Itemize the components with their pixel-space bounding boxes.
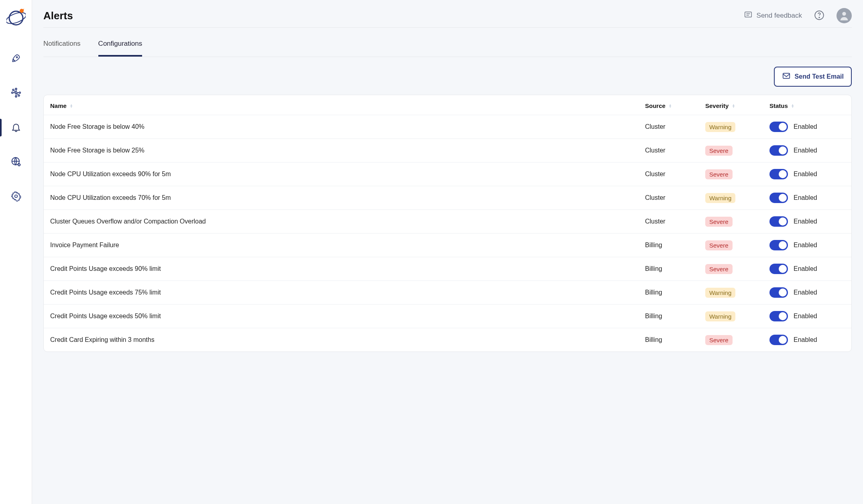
cell-name: Credit Card Expiring within 3 months xyxy=(44,328,639,352)
severity-badge: Severe xyxy=(705,169,733,179)
page-header: Alerts Send feedback xyxy=(43,8,852,28)
sort-icon: ▲▼ xyxy=(669,104,672,108)
svg-point-3 xyxy=(16,57,17,58)
cell-source: Cluster xyxy=(639,115,699,139)
cell-source: Cluster xyxy=(639,139,699,163)
cell-status: Enabled xyxy=(763,234,851,257)
help-button[interactable] xyxy=(814,10,824,22)
cell-status: Enabled xyxy=(763,115,851,139)
rocket-icon xyxy=(11,53,21,65)
table-row[interactable]: Cluster Queues Overflow and/or Compactio… xyxy=(44,210,851,234)
tab-notifications[interactable]: Notifications xyxy=(43,31,81,57)
svg-point-13 xyxy=(12,89,14,91)
column-header-name[interactable]: Name▲▼ xyxy=(44,95,639,115)
status-label: Enabled xyxy=(794,313,817,320)
globe-gear-icon xyxy=(10,156,22,169)
cell-status: Enabled xyxy=(763,328,851,352)
table-row[interactable]: Node Free Storage is below 25%ClusterSev… xyxy=(44,139,851,163)
send-test-email-button[interactable]: Send Test Email xyxy=(774,67,852,87)
sidebar-item-rocket[interactable] xyxy=(0,47,32,70)
sidebar-item-settings[interactable] xyxy=(0,185,32,208)
column-header-source[interactable]: Source▲▼ xyxy=(639,95,699,115)
column-header-severity[interactable]: Severity▲▼ xyxy=(699,95,763,115)
cell-severity: Severe xyxy=(699,163,763,186)
status-toggle[interactable] xyxy=(769,240,788,250)
svg-point-7 xyxy=(15,96,17,97)
status-toggle[interactable] xyxy=(769,311,788,321)
status-label: Enabled xyxy=(794,218,817,225)
status-toggle[interactable] xyxy=(769,264,788,274)
severity-badge: Warning xyxy=(705,193,735,203)
cell-severity: Warning xyxy=(699,281,763,305)
sort-icon: ▲▼ xyxy=(732,104,735,108)
cell-severity: Warning xyxy=(699,186,763,210)
send-feedback-button[interactable]: Send feedback xyxy=(744,10,802,21)
cell-status: Enabled xyxy=(763,281,851,305)
status-label: Enabled xyxy=(794,265,817,272)
table-row[interactable]: Node CPU Utilization exceeds 90% for 5mC… xyxy=(44,163,851,186)
main-content: Alerts Send feedback xyxy=(32,0,863,504)
sort-icon: ▲▼ xyxy=(791,104,794,108)
cell-status: Enabled xyxy=(763,139,851,163)
tab-configurations[interactable]: Configurations xyxy=(98,31,142,57)
table-row[interactable]: Node Free Storage is below 40%ClusterWar… xyxy=(44,115,851,139)
cell-source: Cluster xyxy=(639,186,699,210)
send-feedback-label: Send feedback xyxy=(757,12,802,20)
cell-status: Enabled xyxy=(763,210,851,234)
status-toggle[interactable] xyxy=(769,216,788,227)
status-label: Enabled xyxy=(794,147,817,154)
cell-source: Cluster xyxy=(639,163,699,186)
cell-name: Invoice Payment Failure xyxy=(44,234,639,257)
svg-line-14 xyxy=(14,90,15,92)
sidebar-item-globe[interactable] xyxy=(0,151,32,173)
cell-name: Node CPU Utilization exceeds 70% for 5m xyxy=(44,186,639,210)
table-row[interactable]: Node CPU Utilization exceeds 70% for 5mC… xyxy=(44,186,851,210)
cell-source: Billing xyxy=(639,305,699,328)
table-row[interactable]: Credit Points Usage exceeds 75% limitBil… xyxy=(44,281,851,305)
cell-source: Billing xyxy=(639,257,699,281)
status-toggle[interactable] xyxy=(769,335,788,345)
table-row[interactable]: Credit Card Expiring within 3 monthsBill… xyxy=(44,328,851,352)
column-header-status[interactable]: Status▲▼ xyxy=(763,95,851,115)
sidebar-item-alerts[interactable] xyxy=(0,116,32,139)
svg-point-5 xyxy=(15,88,17,89)
svg-point-19 xyxy=(14,195,17,197)
status-label: Enabled xyxy=(794,123,817,130)
severity-badge: Severe xyxy=(705,146,733,156)
status-toggle[interactable] xyxy=(769,193,788,203)
status-label: Enabled xyxy=(794,171,817,178)
status-toggle[interactable] xyxy=(769,122,788,132)
logo[interactable] xyxy=(6,7,26,27)
cell-name: Credit Points Usage exceeds 90% limit xyxy=(44,257,639,281)
status-toggle[interactable] xyxy=(769,145,788,156)
svg-rect-20 xyxy=(745,12,751,17)
table-row[interactable]: Credit Points Usage exceeds 50% limitBil… xyxy=(44,305,851,328)
network-icon xyxy=(10,87,22,100)
cell-status: Enabled xyxy=(763,186,851,210)
bell-icon xyxy=(11,122,21,134)
cell-source: Billing xyxy=(639,234,699,257)
cell-source: Billing xyxy=(639,328,699,352)
cell-severity: Severe xyxy=(699,234,763,257)
table-row[interactable]: Invoice Payment FailureBillingSevereEnab… xyxy=(44,234,851,257)
user-avatar[interactable] xyxy=(837,8,852,23)
cell-name: Credit Points Usage exceeds 75% limit xyxy=(44,281,639,305)
severity-badge: Warning xyxy=(705,288,735,298)
page-title: Alerts xyxy=(43,10,73,22)
cell-severity: Warning xyxy=(699,115,763,139)
cell-name: Cluster Queues Overflow and/or Compactio… xyxy=(44,210,639,234)
table-row[interactable]: Credit Points Usage exceeds 90% limitBil… xyxy=(44,257,851,281)
cell-severity: Severe xyxy=(699,328,763,352)
status-toggle[interactable] xyxy=(769,287,788,298)
svg-rect-26 xyxy=(783,73,790,79)
status-label: Enabled xyxy=(794,336,817,343)
cell-status: Enabled xyxy=(763,257,851,281)
severity-badge: Severe xyxy=(705,335,733,345)
cell-name: Node Free Storage is below 40% xyxy=(44,115,639,139)
svg-point-25 xyxy=(842,12,846,16)
severity-badge: Severe xyxy=(705,217,733,227)
status-toggle[interactable] xyxy=(769,169,788,179)
sidebar-item-cluster[interactable] xyxy=(0,82,32,104)
sidebar xyxy=(0,0,32,504)
svg-point-4 xyxy=(15,91,17,93)
